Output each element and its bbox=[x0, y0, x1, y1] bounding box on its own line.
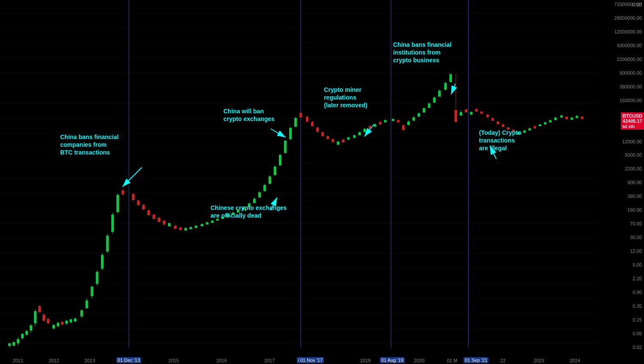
x-label-2024: 2024 bbox=[570, 358, 580, 363]
svg-rect-195 bbox=[438, 91, 441, 97]
x-label-2019: 2019 bbox=[360, 358, 370, 363]
svg-rect-185 bbox=[412, 117, 415, 121]
svg-rect-101 bbox=[189, 227, 192, 229]
svg-rect-247 bbox=[576, 116, 578, 118]
svg-rect-87 bbox=[153, 215, 155, 219]
svg-rect-145 bbox=[306, 117, 308, 121]
svg-rect-35 bbox=[21, 334, 24, 338]
svg-rect-81 bbox=[137, 200, 140, 205]
svg-rect-31 bbox=[12, 342, 15, 346]
svg-rect-169 bbox=[369, 126, 371, 129]
svg-rect-233 bbox=[539, 124, 541, 126]
y-label: 0.90 bbox=[599, 290, 644, 295]
svg-rect-235 bbox=[544, 122, 546, 124]
currency-label: USD bbox=[632, 2, 642, 7]
svg-rect-51 bbox=[57, 323, 59, 326]
svg-rect-85 bbox=[147, 210, 150, 215]
time-remaining: 6d 10h bbox=[623, 124, 635, 129]
svg-rect-135 bbox=[279, 155, 281, 165]
svg-rect-39 bbox=[30, 325, 32, 331]
y-label: 380.00 bbox=[599, 194, 644, 199]
svg-rect-73 bbox=[111, 215, 114, 232]
svg-rect-99 bbox=[184, 228, 187, 231]
y-label: 0.15 bbox=[599, 318, 644, 322]
y-label: 380000.00 bbox=[599, 85, 644, 89]
svg-rect-55 bbox=[65, 321, 68, 324]
svg-rect-155 bbox=[332, 139, 334, 142]
svg-rect-237 bbox=[549, 120, 552, 122]
y-label: 30.00 bbox=[599, 235, 644, 240]
x-label-22: 22 bbox=[501, 358, 506, 363]
svg-rect-201 bbox=[455, 110, 457, 122]
svg-rect-91 bbox=[163, 221, 165, 224]
x-label-sep21: 01 Sep '21 bbox=[464, 357, 488, 363]
candlestick-chart bbox=[0, 0, 597, 356]
y-label: 5000000.00 bbox=[599, 43, 644, 48]
svg-rect-241 bbox=[560, 115, 563, 118]
svg-rect-209 bbox=[475, 109, 478, 112]
svg-rect-231 bbox=[534, 126, 536, 128]
y-label: 12000000.00 bbox=[599, 30, 644, 34]
svg-rect-129 bbox=[263, 185, 266, 191]
x-label-2013: 2013 bbox=[85, 358, 95, 363]
svg-rect-125 bbox=[253, 199, 256, 203]
svg-rect-167 bbox=[363, 129, 366, 132]
svg-rect-103 bbox=[195, 226, 197, 228]
svg-rect-175 bbox=[384, 120, 387, 122]
svg-rect-147 bbox=[311, 122, 314, 126]
svg-rect-131 bbox=[269, 176, 271, 184]
svg-rect-133 bbox=[274, 167, 276, 175]
svg-rect-179 bbox=[397, 120, 400, 122]
price-value: 42405.17 bbox=[623, 118, 642, 124]
price-badge: BTCUSD 42405.17 6d 10h bbox=[621, 112, 644, 130]
annotation-exchanges-dead: Chinese crypto exchangesare officially d… bbox=[211, 204, 287, 219]
svg-rect-177 bbox=[392, 119, 394, 121]
svg-rect-49 bbox=[52, 325, 55, 328]
y-label: 12000.00 bbox=[599, 140, 644, 144]
svg-rect-65 bbox=[91, 287, 93, 296]
x-label-2020: 2020 bbox=[414, 358, 424, 363]
annotation-china-bans-institutions: China bans financialinstitutions fromcry… bbox=[393, 41, 452, 64]
x-label-2012: 2012 bbox=[49, 358, 59, 363]
x-label-01m: 01 M bbox=[447, 358, 457, 363]
x-label-dec13: 01 Dec '13 bbox=[116, 357, 141, 363]
y-label: 900.00 bbox=[599, 180, 644, 185]
svg-rect-37 bbox=[25, 331, 28, 335]
annotation-crypto-miner: Crypto minerregulations(later removed) bbox=[324, 86, 367, 109]
svg-rect-191 bbox=[428, 103, 430, 108]
svg-rect-53 bbox=[61, 322, 64, 325]
y-label: 2.20 bbox=[599, 276, 644, 281]
chart-container: Bitcoin / U.S. Dollar, 1M, INDEX bbox=[0, 0, 644, 364]
svg-rect-245 bbox=[571, 118, 573, 120]
y-label: 28000000.00 bbox=[599, 16, 644, 21]
svg-rect-227 bbox=[523, 130, 526, 133]
svg-rect-47 bbox=[47, 319, 49, 323]
svg-rect-45 bbox=[43, 315, 45, 321]
svg-rect-33 bbox=[17, 339, 19, 343]
svg-rect-109 bbox=[211, 221, 214, 223]
svg-rect-215 bbox=[491, 118, 494, 121]
svg-rect-197 bbox=[444, 83, 447, 90]
svg-rect-41 bbox=[34, 311, 37, 323]
x-label-2011: 2011 bbox=[13, 358, 23, 363]
y-label: 900000.00 bbox=[599, 71, 644, 76]
svg-rect-165 bbox=[358, 132, 361, 135]
svg-rect-219 bbox=[502, 124, 504, 127]
svg-rect-77 bbox=[122, 190, 124, 194]
y-label: 0.35 bbox=[599, 304, 644, 309]
y-label: 2200.00 bbox=[599, 167, 644, 171]
svg-rect-173 bbox=[379, 122, 382, 124]
svg-rect-83 bbox=[142, 205, 145, 209]
svg-rect-71 bbox=[106, 236, 109, 252]
svg-rect-203 bbox=[460, 112, 462, 115]
svg-rect-183 bbox=[407, 121, 410, 125]
y-label: 2200000.00 bbox=[599, 57, 644, 62]
svg-rect-69 bbox=[101, 255, 104, 269]
svg-rect-159 bbox=[342, 140, 345, 143]
svg-rect-205 bbox=[465, 109, 467, 112]
svg-rect-105 bbox=[201, 224, 203, 226]
svg-rect-67 bbox=[96, 272, 98, 284]
svg-rect-143 bbox=[299, 113, 302, 117]
x-label-nov17: 01 Nov '17 bbox=[299, 357, 324, 363]
svg-rect-211 bbox=[480, 112, 483, 114]
